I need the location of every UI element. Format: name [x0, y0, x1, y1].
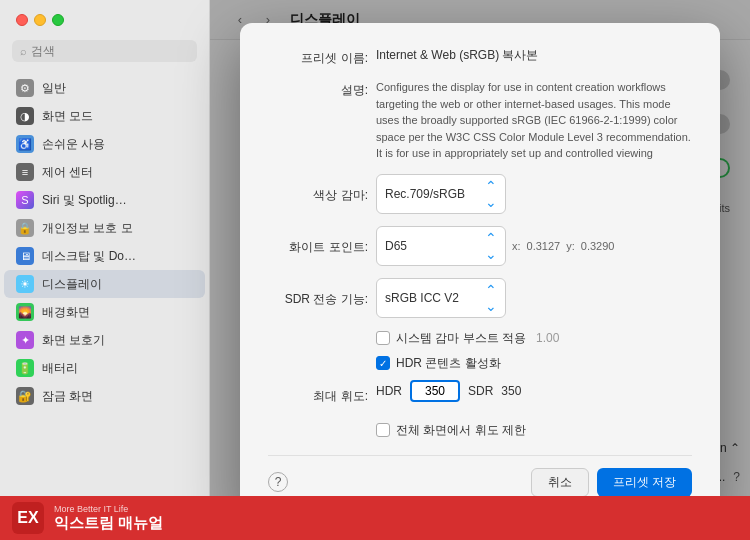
footer-buttons: 취소 프리셋 저장: [531, 468, 692, 497]
sidebar-item-battery[interactable]: 🔋 배터리: [4, 354, 205, 382]
screen-icon: ◑: [16, 107, 34, 125]
y-label: y:: [566, 240, 575, 252]
traffic-lights: [16, 14, 64, 26]
content-area: ‹ › 디스플레이 3-1600 nits ProMotion ⌃ 고급... …: [210, 0, 750, 540]
main-window: ⌕ ⚙ 일반 ◑ 화면 모드 ♿ 손쉬운 사용 ≡ 제어 센터 S Siri 및…: [0, 0, 750, 540]
y-value: 0.3290: [581, 240, 615, 252]
siri-icon: S: [16, 191, 34, 209]
color-gamma-row: 색상 감마: Rec.709/sRGB ⌃⌄: [268, 174, 692, 214]
maximize-button[interactable]: [52, 14, 64, 26]
bottom-bar: EX More Better IT Life 익스트림 매뉴얼: [0, 496, 750, 540]
access-icon: ♿: [16, 135, 34, 153]
sidebar-item-label: 개인정보 보호 모: [42, 220, 133, 237]
hdr-type-label: HDR: [376, 384, 402, 398]
hdr-checkbox[interactable]: [376, 356, 390, 370]
search-box[interactable]: ⌕: [12, 40, 197, 62]
x-value: 0.3127: [527, 240, 561, 252]
sidebar-item-screen[interactable]: ◑ 화면 모드: [4, 102, 205, 130]
sidebar-item-general[interactable]: ⚙ 일반: [4, 74, 205, 102]
desktop-icon: 🖥: [16, 247, 34, 265]
color-gamma-select[interactable]: Rec.709/sRGB ⌃⌄: [376, 174, 506, 214]
wallpaper-icon: 🌄: [16, 303, 34, 321]
coord-values: x: 0.3127 y: 0.3290: [512, 240, 614, 252]
limit-brightness-row: 전체 화면에서 휘도 제한: [376, 422, 692, 439]
hdr-checkbox-row: HDR 콘텐츠 활성화: [376, 355, 692, 372]
sdr-value2: 350: [501, 384, 521, 398]
modal-overlay: 프리셋 이름: Internet & Web (sRGB) 복사본 설명: Co…: [210, 0, 750, 540]
modal-footer: ? 취소 프리셋 저장: [268, 455, 692, 497]
brand-name: 익스트림 매뉴얼: [54, 514, 163, 533]
search-input[interactable]: [31, 44, 189, 58]
control-icon: ≡: [16, 163, 34, 181]
sidebar-item-siri[interactable]: S Siri 및 Spotlig…: [4, 186, 205, 214]
brightness-controls: HDR SDR 350: [376, 380, 521, 402]
sidebar-item-display[interactable]: ☀ 디스플레이: [4, 270, 205, 298]
sidebar-item-screensaver[interactable]: ✦ 화면 보호기: [4, 326, 205, 354]
description-row: 설명: Configures the display for use in co…: [268, 79, 692, 162]
sidebar-item-label: 데스크탑 및 Do…: [42, 248, 136, 265]
brand-tagline: More Better IT Life: [54, 504, 163, 514]
gamma-boost-value: 1.00: [536, 331, 559, 345]
chevron-down-icon-2: ⌃⌄: [485, 230, 497, 262]
white-point-select[interactable]: D65 ⌃⌄: [376, 226, 506, 266]
x-label: x:: [512, 240, 521, 252]
gamma-boost-row: 시스템 감마 부스트 적용 1.00: [376, 330, 692, 347]
close-button[interactable]: [16, 14, 28, 26]
search-icon: ⌕: [20, 45, 27, 57]
battery-icon: 🔋: [16, 359, 34, 377]
preset-name-value: Internet & Web (sRGB) 복사본: [376, 47, 692, 64]
sidebar-item-label: Siri 및 Spotlig…: [42, 192, 127, 209]
sidebar-item-label: 디스플레이: [42, 276, 102, 293]
sidebar-item-label: 화면 보호기: [42, 332, 105, 349]
white-point-select-row: D65 ⌃⌄ x: 0.3127 y: 0.3290: [376, 226, 614, 266]
brand-logo: EX: [12, 502, 44, 534]
gamma-boost-checkbox[interactable]: [376, 331, 390, 345]
chevron-down-icon: ⌃⌄: [485, 178, 497, 210]
sdr-type-label: SDR: [468, 384, 493, 398]
sidebar-item-label: 잠금 화면: [42, 388, 93, 405]
privacy-icon: 🔒: [16, 219, 34, 237]
limit-brightness-checkbox[interactable]: [376, 423, 390, 437]
preset-name-row: 프리셋 이름: Internet & Web (sRGB) 복사본: [268, 47, 692, 67]
sidebar-item-label: 배경화면: [42, 304, 90, 321]
hdr-label: HDR 콘텐츠 활성화: [396, 355, 501, 372]
white-point-row: 화이트 포인트: D65 ⌃⌄ x: 0.3127 y: 0.3290: [268, 226, 692, 266]
gamma-boost-label: 시스템 감마 부스트 적용: [396, 330, 526, 347]
sdr-select[interactable]: sRGB ICC V2 ⌃⌄: [376, 278, 506, 318]
sidebar-item-privacy[interactable]: 🔒 개인정보 보호 모: [4, 214, 205, 242]
max-brightness-label: 최대 휘도:: [268, 385, 368, 405]
sidebar-item-label: 일반: [42, 80, 66, 97]
sdr-label: SDR 전송 기능:: [268, 288, 368, 308]
chevron-down-icon-3: ⌃⌄: [485, 282, 497, 314]
color-gamma-select-row: Rec.709/sRGB ⌃⌄: [376, 174, 506, 214]
sidebar-item-wallpaper[interactable]: 🌄 배경화면: [4, 298, 205, 326]
white-point-label: 화이트 포인트:: [268, 236, 368, 256]
screensaver-icon: ✦: [16, 331, 34, 349]
preset-name-label: 프리셋 이름:: [268, 47, 368, 67]
sidebar-item-label: 화면 모드: [42, 108, 93, 125]
save-button[interactable]: 프리셋 저장: [597, 468, 692, 497]
sidebar-item-label: 제어 센터: [42, 164, 93, 181]
color-gamma-label: 색상 감마:: [268, 184, 368, 204]
sidebar-item-access[interactable]: ♿ 손쉬운 사용: [4, 130, 205, 158]
minimize-button[interactable]: [34, 14, 46, 26]
sidebar-item-control[interactable]: ≡ 제어 센터: [4, 158, 205, 186]
sidebar-item-label: 손쉬운 사용: [42, 136, 105, 153]
desc-label: 설명:: [268, 79, 368, 99]
max-brightness-row: 최대 휘도: HDR SDR 350: [268, 380, 692, 410]
sidebar-item-lock[interactable]: 🔐 잠금 화면: [4, 382, 205, 410]
sidebar-item-desktop[interactable]: 🖥 데스크탑 및 Do…: [4, 242, 205, 270]
desc-value: Configures the display for use in conten…: [376, 79, 692, 162]
hdr-value-input[interactable]: [410, 380, 460, 402]
cancel-button[interactable]: 취소: [531, 468, 589, 497]
help-button[interactable]: ?: [268, 472, 288, 492]
brand-text: More Better IT Life 익스트림 매뉴얼: [54, 504, 163, 533]
sdr-row: SDR 전송 기능: sRGB ICC V2 ⌃⌄: [268, 278, 692, 318]
sidebar-item-label: 배터리: [42, 360, 78, 377]
modal-dialog: 프리셋 이름: Internet & Web (sRGB) 복사본 설명: Co…: [240, 23, 720, 517]
limit-brightness-label: 전체 화면에서 휘도 제한: [396, 422, 526, 439]
lock-icon: 🔐: [16, 387, 34, 405]
display-icon: ☀: [16, 275, 34, 293]
general-icon: ⚙: [16, 79, 34, 97]
sidebar: ⌕ ⚙ 일반 ◑ 화면 모드 ♿ 손쉬운 사용 ≡ 제어 센터 S Siri 및…: [0, 0, 210, 540]
